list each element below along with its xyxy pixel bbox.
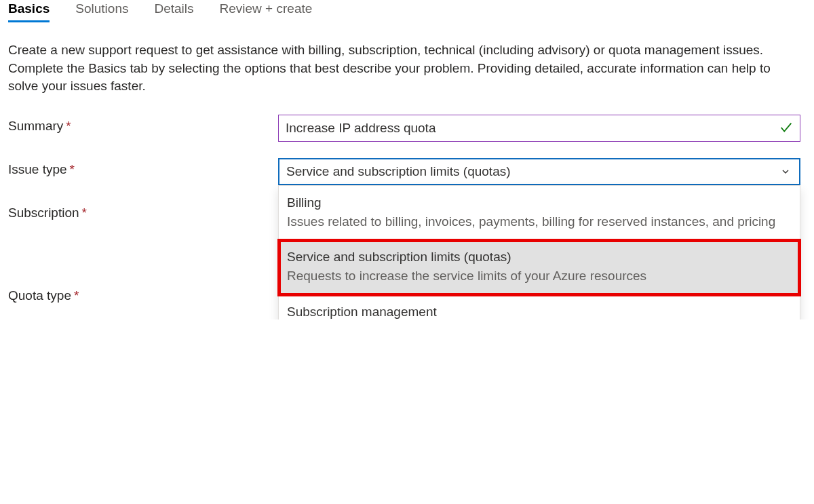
option-desc: Issues related to billing, invoices, pay… [287,213,792,231]
option-title: Subscription management [287,305,792,319]
dropdown-option-billing[interactable]: Billing Issues related to billing, invoi… [279,186,800,241]
summary-control [278,115,800,142]
intro-paragraph-1: Create a new support request to get assi… [8,41,802,60]
checkmark-icon [779,120,794,135]
tabs-bar: Basics Solutions Details Review + create [8,1,806,22]
quota-type-label: Quota type* [8,284,278,303]
issue-type-control: Service and subscription limits (quotas)… [278,158,800,185]
subscription-label-text: Subscription [8,206,79,220]
intro-paragraph-2: Complete the Basics tab by selecting the… [8,60,802,96]
intro-text: Create a new support request to get assi… [8,41,802,96]
required-star-icon: * [82,206,87,220]
summary-label-text: Summary [8,119,63,133]
summary-label: Summary* [8,115,278,134]
summary-input[interactable] [278,115,800,142]
option-title: Service and subscription limits (quotas) [287,250,792,265]
form-row-summary: Summary* [8,115,806,142]
quota-type-label-text: Quota type [8,288,71,303]
required-star-icon: * [74,288,79,303]
form-row-issue-type: Issue type* Service and subscription lim… [8,158,806,185]
issue-type-selected-value: Service and subscription limits (quotas) [286,164,511,179]
tab-review-create[interactable]: Review + create [220,1,313,22]
issue-type-label-text: Issue type [8,162,67,176]
required-star-icon: * [66,119,71,133]
dropdown-option-quotas[interactable]: Service and subscription limits (quotas)… [279,240,800,295]
required-star-icon: * [70,162,75,176]
chevron-down-icon [780,166,791,177]
option-desc: Requests to increase the service limits … [287,267,792,286]
option-title: Billing [287,195,792,210]
issue-type-dropdown: Billing Issues related to billing, invoi… [278,185,800,319]
dropdown-option-subscription-management[interactable]: Subscription management Subscription man… [279,295,800,319]
tab-details[interactable]: Details [154,1,193,22]
issue-type-label: Issue type* [8,158,278,177]
issue-type-select[interactable]: Service and subscription limits (quotas) [278,158,800,185]
subscription-label: Subscription* [8,201,278,220]
tab-solutions[interactable]: Solutions [75,1,128,22]
tab-basics[interactable]: Basics [8,1,50,22]
